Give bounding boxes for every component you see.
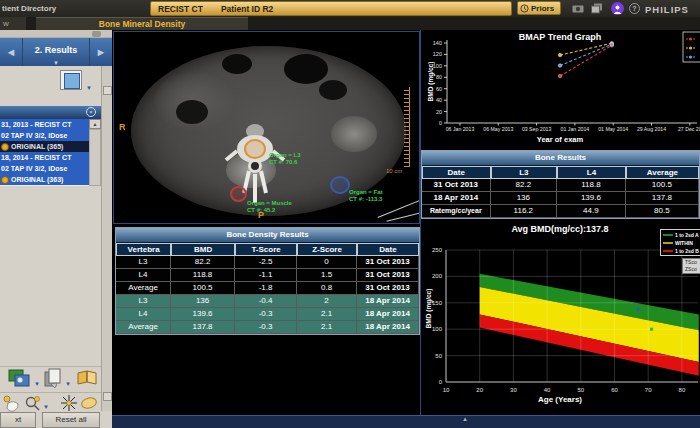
ct-structure bbox=[176, 100, 208, 124]
svg-text:250: 250 bbox=[432, 247, 443, 253]
app-window: tient Directory RECIST CT Patient ID R2 … bbox=[0, 0, 700, 428]
svg-text:150: 150 bbox=[432, 300, 443, 306]
sparkle-trigger-icon[interactable] bbox=[60, 394, 78, 412]
table-title: Bone Results bbox=[422, 151, 699, 166]
step-dropdown-icon[interactable]: ▼ bbox=[53, 60, 59, 66]
table-row: L4139.6-0.32.118 Apr 2014 bbox=[116, 308, 419, 321]
list-item[interactable]: 02 TAP IV 3/2, iDose bbox=[0, 130, 89, 141]
series-section-collapse-icon[interactable]: × bbox=[86, 107, 96, 117]
list-item[interactable]: ORIGINAL (363) bbox=[0, 174, 89, 185]
svg-text:80: 80 bbox=[436, 74, 442, 80]
splitter-handle-top[interactable] bbox=[103, 86, 112, 95]
svg-text:50: 50 bbox=[577, 387, 584, 393]
score-box: TSco ZSco bbox=[682, 258, 700, 274]
ct-image-viewport[interactable]: Organ = L3CT #: 70.6 Organ = MuscleCT #:… bbox=[113, 31, 420, 224]
list-item[interactable]: 18, 2014 - RECIST CT bbox=[0, 152, 89, 163]
orientation-right-label: R bbox=[119, 122, 126, 132]
table-title: Bone Density Results bbox=[116, 228, 419, 243]
help-icon[interactable]: ? bbox=[629, 3, 640, 14]
svg-text:30: 30 bbox=[510, 387, 517, 393]
legend-swatch-green bbox=[663, 234, 673, 236]
layout-thumbnail-preview bbox=[64, 73, 80, 89]
table-row: L382.2-2.5031 Oct 2013 bbox=[116, 256, 419, 269]
ct-kidney bbox=[331, 116, 377, 152]
copy-export-icon[interactable] bbox=[43, 368, 63, 390]
svg-text:20: 20 bbox=[436, 109, 442, 115]
scale-ruler bbox=[404, 87, 410, 167]
user-icon[interactable] bbox=[611, 2, 624, 15]
report-book-icon[interactable] bbox=[76, 369, 98, 387]
resize-lines bbox=[386, 211, 420, 222]
step-label: 2. Results bbox=[35, 45, 78, 55]
divider bbox=[0, 366, 101, 367]
list-item[interactable]: 31, 2013 - RECIST CT bbox=[0, 119, 89, 130]
table-row: L4118.8-1.11.531 Oct 2013 bbox=[116, 269, 419, 282]
bmap-trend-plot: 02040608010012014006 Jan 201306 May 2013… bbox=[420, 30, 700, 150]
next-step-button[interactable]: ► bbox=[89, 38, 112, 66]
gallery-dropdown-icon[interactable]: ▼ bbox=[34, 381, 40, 387]
camera-icon[interactable] bbox=[572, 4, 584, 13]
svg-text:10: 10 bbox=[443, 387, 450, 393]
splitter-handle-bottom[interactable] bbox=[103, 392, 112, 401]
svg-text:01 May 2014: 01 May 2014 bbox=[598, 126, 628, 132]
priors-button[interactable]: Priors bbox=[517, 1, 561, 15]
collapse-icon[interactable] bbox=[92, 31, 101, 37]
roi-bean-icon[interactable] bbox=[80, 396, 98, 410]
avg-bmd-plot: 1020304050607080050100150200250 bbox=[420, 222, 700, 415]
copy-dropdown-icon[interactable]: ▼ bbox=[65, 381, 71, 387]
layers-icon[interactable] bbox=[591, 3, 603, 14]
prev-step-button[interactable]: ◄ bbox=[0, 38, 23, 66]
bottom-strip bbox=[112, 415, 700, 428]
results-step-navigator: ◄ 2. Results ▼ ► bbox=[0, 38, 112, 66]
svg-text:140: 140 bbox=[433, 40, 442, 46]
svg-text:40: 40 bbox=[436, 97, 442, 103]
avg-y-axis-label: BMD (mg/cc) bbox=[425, 279, 432, 339]
partial-button[interactable]: xt bbox=[0, 412, 36, 428]
svg-text:200: 200 bbox=[432, 273, 443, 279]
roi-muscle[interactable] bbox=[230, 186, 247, 202]
divider bbox=[0, 392, 101, 393]
svg-text:06 Jan 2013: 06 Jan 2013 bbox=[446, 126, 475, 132]
list-item-selected[interactable]: ORIGINAL (365) bbox=[0, 141, 89, 152]
svg-text:06 May 2013: 06 May 2013 bbox=[483, 126, 513, 132]
svg-text:60: 60 bbox=[436, 86, 442, 92]
svg-text:20: 20 bbox=[476, 387, 483, 393]
patient-banner: RECIST CT Patient ID R2 bbox=[150, 1, 512, 16]
annotation-fat: Organ = FatCT #: -113.3 bbox=[349, 189, 383, 202]
list-item[interactable]: 02 TAP IV 3/2, iDose bbox=[0, 163, 89, 174]
avg-bmd-legend: 1 to 2sd A WITHIN 1 to 2sd B bbox=[660, 229, 700, 256]
bone-density-results-table: Bone Density Results Vertebra BMD T-Scor… bbox=[115, 227, 420, 335]
bone-results-table: Bone Results Date L3 L4 Average 31 Oct 2… bbox=[421, 150, 700, 219]
study-name: RECIST CT bbox=[158, 4, 203, 14]
svg-text:60: 60 bbox=[611, 387, 618, 393]
trend-x-axis-label: Year of exam bbox=[420, 135, 700, 144]
roi-l3[interactable] bbox=[244, 139, 266, 159]
trend-y-axis-label: BMD (mg/cc) bbox=[427, 52, 434, 112]
layout-dropdown-icon[interactable]: ▼ bbox=[86, 85, 92, 91]
ct-structure bbox=[222, 54, 252, 74]
step-label-wrap[interactable]: 2. Results ▼ bbox=[23, 38, 89, 66]
scroll-up-button[interactable]: ▲ bbox=[89, 119, 101, 129]
legend-swatch-yellow bbox=[663, 242, 673, 244]
svg-text:120: 120 bbox=[433, 51, 442, 57]
expand-marker-icon[interactable]: ▲ bbox=[462, 416, 468, 422]
tab-partial[interactable]: w bbox=[0, 17, 26, 30]
svg-text:29 Aug 2014: 29 Aug 2014 bbox=[637, 126, 666, 132]
layout-thumbnail-button[interactable] bbox=[60, 70, 82, 90]
svg-text:100: 100 bbox=[433, 63, 442, 69]
table-row: 31 Oct 201382.2118.8100.5 bbox=[422, 179, 699, 192]
patient-directory-label[interactable]: tient Directory bbox=[2, 4, 56, 13]
hand-pan-icon[interactable] bbox=[2, 395, 22, 413]
reset-all-button[interactable]: Reset all bbox=[42, 412, 100, 428]
svg-text:0: 0 bbox=[439, 379, 443, 385]
panel-splitter[interactable] bbox=[101, 66, 112, 411]
image-gallery-icon[interactable] bbox=[8, 369, 32, 389]
svg-text:40: 40 bbox=[544, 387, 551, 393]
series-icon bbox=[1, 143, 9, 151]
roi-fat[interactable] bbox=[330, 176, 350, 194]
zoom-dropdown-icon[interactable]: ▼ bbox=[43, 404, 49, 410]
svg-text:70: 70 bbox=[645, 387, 652, 393]
tab-bone-mineral-density[interactable]: Bone Mineral Density bbox=[36, 17, 248, 30]
scrollbar[interactable] bbox=[89, 129, 101, 186]
magnifier-icon[interactable] bbox=[24, 395, 42, 413]
